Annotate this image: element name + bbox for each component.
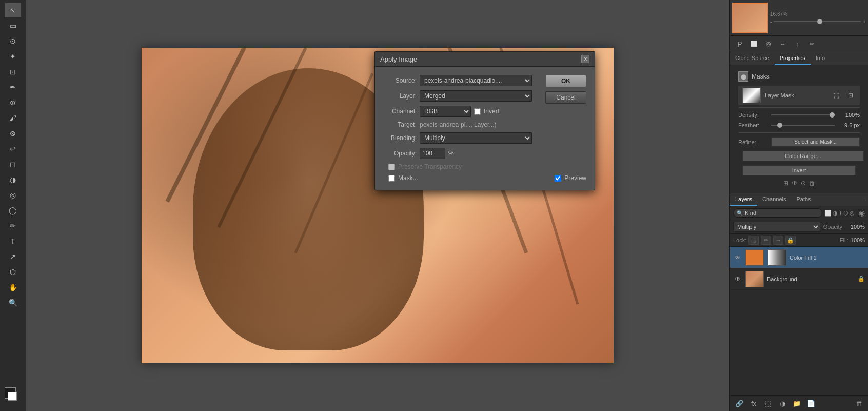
panel-tool-1[interactable]: P (733, 37, 746, 51)
divider-1 (738, 107, 860, 108)
cancel-button[interactable]: Cancel (545, 91, 586, 104)
preview-section: Preview (555, 174, 586, 182)
tab-clone-source[interactable]: Clone Source (730, 52, 775, 65)
color-swatches (5, 382, 21, 408)
layer-item-background[interactable]: 👁 Background 🔒 (730, 268, 868, 290)
rect-select-tool[interactable]: ▭ (5, 18, 21, 33)
blending-label: Blending: (383, 134, 417, 142)
path-select-tool[interactable]: ↗ (5, 249, 21, 264)
search-icon: 🔍 (737, 210, 743, 216)
invert-label[interactable]: Invert (484, 108, 499, 115)
panel-tool-4[interactable]: ↔ (776, 37, 790, 51)
lasso-tool[interactable]: ⊙ (5, 34, 21, 48)
blur-tool[interactable]: ◎ (5, 188, 21, 202)
density-slider[interactable] (771, 114, 835, 115)
lock-label: Lock: (733, 237, 746, 243)
delete-layer-btn[interactable]: 🗑 (853, 398, 865, 409)
layers-more-options[interactable]: ≡ (862, 197, 865, 203)
layer-select[interactable]: Merged (420, 90, 532, 102)
move-tool[interactable]: ↖ (5, 3, 21, 17)
pen-tool[interactable]: ✏ (5, 219, 21, 233)
tab-properties[interactable]: Properties (775, 52, 811, 65)
preview-checkbox[interactable] (555, 175, 561, 182)
tab-paths[interactable]: Paths (792, 193, 816, 206)
prop-action-1[interactable]: ⊞ (783, 180, 788, 187)
magic-wand-tool[interactable]: ✦ (5, 49, 21, 64)
eyedropper-tool[interactable]: ✒ (5, 80, 21, 94)
dialog-close-button[interactable]: ✕ (581, 55, 589, 63)
source-select[interactable]: pexels-andrea-piacquadio.... (420, 75, 532, 86)
new-layer-btn[interactable]: 📄 (805, 398, 817, 409)
tab-layers[interactable]: Layers (730, 193, 757, 206)
lock-artboard-btn[interactable]: → (773, 236, 783, 245)
dialog-header[interactable]: Apply Image ✕ (375, 52, 595, 67)
filter-shape[interactable]: ⬡ (843, 210, 849, 217)
brush-tool[interactable]: 🖌 (5, 111, 21, 125)
layer-mask-thumbnail[interactable] (742, 88, 761, 103)
layer-visibility-2[interactable]: 👁 (733, 275, 742, 284)
add-adjustment-btn[interactable]: ◑ (776, 398, 788, 409)
layer-item-color-fill[interactable]: 👁 Color Fill 1 (730, 247, 868, 268)
layers-footer: 🔗 fx ⬚ ◑ 📁 📄 🗑 (730, 395, 868, 411)
target-row: Target: pexels-andrea-pi..., Layer...) (383, 121, 532, 128)
new-group-btn[interactable]: 📁 (791, 398, 803, 409)
filter-type[interactable]: T (839, 210, 842, 216)
zoom-slider-row: - + (770, 19, 866, 25)
blending-select[interactable]: Multiply (420, 132, 532, 144)
ok-button[interactable]: OK (545, 75, 586, 87)
prop-action-visibility-2[interactable]: ⊙ (801, 180, 806, 187)
link-layers-btn[interactable]: 🔗 (733, 398, 745, 409)
type-tool[interactable]: T (5, 234, 21, 248)
add-mask-btn[interactable]: ⬚ (762, 398, 774, 409)
opacity-input[interactable] (420, 148, 445, 159)
tab-info[interactable]: Info (811, 52, 830, 65)
panel-tool-2[interactable]: ⬜ (747, 37, 761, 51)
channel-select[interactable]: RGB (420, 106, 471, 117)
layers-search-input[interactable] (745, 210, 765, 216)
refine-label: Refine: (738, 139, 769, 145)
lock-all-btn[interactable]: 🔒 (785, 236, 796, 245)
zoom-slider[interactable] (774, 21, 861, 22)
panel-tool-5[interactable]: ↕ (791, 37, 804, 51)
mask-btn-1[interactable]: ⬚ (831, 90, 841, 101)
filter-smart[interactable]: ◎ (850, 210, 855, 217)
clone-tool[interactable]: ⊗ (5, 126, 21, 141)
opacity-value: 100% (847, 224, 865, 230)
crop-tool[interactable]: ⊡ (5, 65, 21, 79)
filter-toggle[interactable]: ◉ (859, 209, 865, 217)
shape-tool[interactable]: ⬡ (5, 265, 21, 279)
feather-slider[interactable] (771, 125, 835, 126)
mask-label[interactable]: Mask... (398, 174, 418, 182)
select-and-mask-button[interactable]: Select and Mask... (771, 137, 860, 147)
filter-pixel[interactable]: ⬜ (824, 210, 832, 217)
layer-visibility-1[interactable]: 👁 (733, 253, 742, 262)
color-range-button[interactable]: Color Range... (742, 151, 864, 161)
layer-fx-btn[interactable]: fx (747, 398, 760, 409)
prop-action-delete[interactable]: 🗑 (809, 180, 815, 187)
eraser-tool[interactable]: ◻ (5, 157, 21, 171)
preview-label[interactable]: Preview (564, 174, 586, 182)
background-color[interactable] (8, 392, 17, 401)
tab-channels[interactable]: Channels (757, 193, 791, 206)
filter-adjust[interactable]: ◑ (833, 210, 838, 217)
invert-checkbox[interactable] (474, 108, 481, 115)
dialog-overlay: Apply Image ✕ Source: pexels-andrea-piac… (374, 51, 595, 190)
dodge-tool[interactable]: ◯ (5, 203, 21, 218)
mask-btn-2[interactable]: ⊡ (845, 90, 856, 101)
healing-tool[interactable]: ⊕ (5, 95, 21, 110)
document-thumbnail[interactable] (732, 3, 768, 33)
gradient-tool[interactable]: ◑ (5, 172, 21, 187)
lock-position-btn[interactable]: ✏ (761, 236, 771, 245)
mask-checkbox[interactable] (388, 175, 395, 182)
history-brush-tool[interactable]: ↩ (5, 142, 21, 156)
layer-mask-row: Layer Mask ⬚ ⊡ (738, 86, 860, 105)
zoom-tool[interactable]: 🔍 (5, 296, 21, 310)
hand-tool[interactable]: ✋ (5, 280, 21, 295)
prop-action-visibility[interactable]: 👁 (792, 180, 798, 187)
panel-tool-3[interactable]: ◎ (762, 37, 775, 51)
blend-mode-select[interactable]: Multiply (733, 222, 820, 232)
panel-tool-6[interactable]: ✏ (805, 37, 818, 51)
invert-button[interactable]: Invert (742, 165, 856, 175)
preserve-checkbox[interactable] (388, 164, 395, 170)
lock-pixels-btn[interactable]: ⬚ (748, 236, 759, 245)
